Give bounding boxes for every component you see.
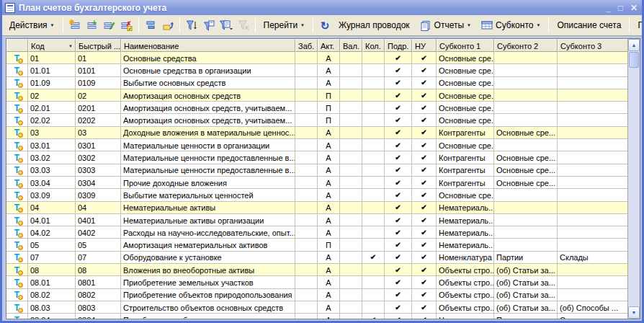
subconto-menu-button[interactable]: Субконто ▼ (477, 18, 545, 32)
account-description-button[interactable]: Описание счета (553, 18, 625, 32)
minimize-button[interactable]: _ (606, 3, 611, 13)
table-row[interactable]: Т 02.02 0202 Амортизация основных средст… (6, 114, 627, 126)
cell-name: Амортизация основных средств, учитываем.… (121, 102, 295, 114)
cell-subconto1: Основные сре... (437, 114, 494, 126)
cell-zab (295, 64, 318, 76)
cell-subconto3 (558, 177, 627, 189)
table-row[interactable]: Т 04 04 Нематериальные активы А ✔ ✔ Нема… (6, 202, 627, 214)
cell-nu: ✔ (412, 226, 437, 239)
scrollbar-track[interactable] (628, 68, 640, 306)
column-header-kol[interactable]: Кол. (362, 39, 385, 52)
table-row[interactable]: Т 02 02 Амортизация основных средств П ✔… (6, 89, 627, 102)
column-header-nu[interactable]: НУ (412, 39, 437, 52)
column-header-zab[interactable]: Заб. (295, 39, 318, 52)
app-window: План счетов бухгалтерского учета _ □ ✕ Д… (0, 0, 644, 323)
cell-podr: ✔ (385, 226, 412, 239)
actions-menu-button[interactable]: Действия ▼ (5, 18, 59, 32)
table-row[interactable]: Т 03.09 0309 Выбытие материальных ценнос… (6, 189, 627, 201)
table-row[interactable]: Т 08 08 Вложения во внеоборотные активы … (6, 264, 627, 276)
cell-code: 02.02 (28, 114, 76, 126)
table-row[interactable]: Т 02.01 0201 Амортизация основных средст… (6, 102, 627, 114)
table-row[interactable]: Т 01 01 Основные средства А ✔ ✔ Основные… (6, 52, 627, 64)
goto-menu-button[interactable]: Перейти ▼ (259, 18, 310, 32)
table-row[interactable]: Т 03.04 0304 Прочие доходные вложения А … (6, 177, 627, 189)
account-icon: Т (14, 66, 19, 75)
account-icon: Т (14, 266, 19, 275)
hierarchy-view-button[interactable] (143, 17, 158, 33)
cell-kol: ✔ (362, 252, 385, 264)
cell-code: 03.01 (28, 139, 76, 151)
edit-item-button[interactable] (102, 17, 117, 33)
table-row[interactable]: Т 01.01 0101 Основные средства в организ… (6, 64, 627, 76)
column-header-icon[interactable] (6, 39, 28, 52)
cell-val (340, 52, 362, 64)
cell-nu: ✔ (412, 64, 437, 76)
cell-kol (362, 151, 385, 164)
filter-history-button[interactable] (218, 17, 234, 33)
cell-subconto1: Основные сре... (437, 64, 494, 76)
table-row[interactable]: Т 03.01 0301 Материальные ценности в орг… (6, 139, 627, 151)
journal-button[interactable]: Журнал проводок (334, 18, 414, 32)
cell-code: 01.09 (28, 77, 76, 89)
cell-val (340, 239, 362, 251)
column-header-quick[interactable]: Быстрый ... (76, 39, 121, 52)
cell-zab (295, 289, 318, 301)
scroll-down-button[interactable]: ▼ (628, 306, 640, 319)
reports-menu-button[interactable]: Отчеты ▼ (416, 18, 475, 33)
table-row[interactable]: Т 08.02 0802 Приобретение объектов приро… (6, 289, 627, 301)
go-to-parent-button[interactable] (160, 17, 176, 33)
cell-kol (362, 114, 385, 126)
cell-subconto3 (558, 276, 627, 288)
cell-podr: ✔ (385, 89, 412, 102)
table-row[interactable]: Т 03.03 0303 Материальные ценности предо… (6, 164, 627, 177)
column-header-val[interactable]: Вал. (340, 39, 362, 52)
table-row[interactable]: Т 04.02 0402 Расходы на научно-исследова… (6, 226, 627, 239)
cell-akt: А (318, 127, 340, 139)
table-row[interactable]: Т 03.02 0302 Материальные ценности предо… (6, 151, 627, 164)
cell-subconto1: Основные сре... (437, 189, 494, 201)
column-header-subconto3[interactable]: Субконто 3 (558, 39, 627, 52)
column-header-name[interactable]: Наименование (121, 39, 295, 52)
scroll-up-button[interactable]: ▲ (628, 39, 640, 51)
filter-sort-button[interactable] (184, 17, 200, 33)
close-button[interactable]: ✕ (630, 3, 638, 13)
cell-kol: ✔ (362, 314, 385, 319)
table-row[interactable]: Т 08.03 0803 Строительство объектов осно… (6, 301, 627, 314)
print-menu-button[interactable]: Печать ▼ (633, 18, 644, 32)
add-item-button[interactable]: ✱ (67, 17, 83, 33)
column-header-podr[interactable]: Подр. (385, 39, 412, 52)
table-row[interactable]: Т 01.09 0109 Выбытие основных средств А … (6, 77, 627, 89)
table-row[interactable]: Т 05 05 Амортизация нематериальных актив… (6, 239, 627, 251)
cell-subconto2: (об) Статьи за... (494, 276, 558, 288)
delete-item-button[interactable]: ✗✔ (119, 17, 135, 33)
cell-subconto1: Объекты стро... (437, 301, 494, 314)
column-header-akt[interactable]: Акт. (318, 39, 340, 52)
table-row[interactable]: Т 08.04 0804 Приобретение объектов основ… (6, 314, 627, 319)
cell-val (340, 164, 362, 177)
table-row[interactable]: Т 03 03 Доходные вложения в материальные… (6, 127, 627, 139)
account-icon-cell: Т (6, 164, 28, 177)
maximize-button[interactable]: □ (618, 3, 623, 13)
column-header-code[interactable]: Код▼ (28, 39, 76, 52)
cell-code: 08.03 (28, 301, 76, 314)
title-bar[interactable]: План счетов бухгалтерского учета _ □ ✕ (2, 0, 642, 15)
table-row[interactable]: Т 08.01 0801 Приобретение земельных учас… (6, 276, 627, 288)
filter-by-value-button[interactable] (201, 17, 217, 33)
table-row[interactable]: Т 04.01 0401 Нематериальные активы орган… (6, 214, 627, 226)
cell-subconto1: Контрагенты (437, 127, 494, 139)
cell-subconto2 (494, 226, 558, 239)
column-header-subconto1[interactable]: Субконто 1 (437, 39, 494, 52)
table-row[interactable]: Т 07 07 Оборудование к установке А ✔ ✔ ✔… (6, 252, 627, 264)
hierarchy-icon (145, 19, 156, 31)
cell-zab (295, 77, 318, 89)
refresh-button[interactable]: ↻ (317, 17, 333, 33)
column-header-subconto2[interactable]: Субконто 2 (494, 39, 558, 52)
cell-val (340, 301, 362, 314)
vertical-scrollbar[interactable]: ▲ ▼ (627, 39, 640, 319)
cell-code: 03.03 (28, 164, 76, 177)
cell-subconto2 (494, 189, 558, 201)
add-group-button[interactable]: + (84, 17, 100, 33)
cell-name: Основные средства в организации (121, 64, 295, 76)
cell-subconto2 (494, 77, 558, 89)
scrollbar-thumb[interactable] (629, 52, 639, 68)
